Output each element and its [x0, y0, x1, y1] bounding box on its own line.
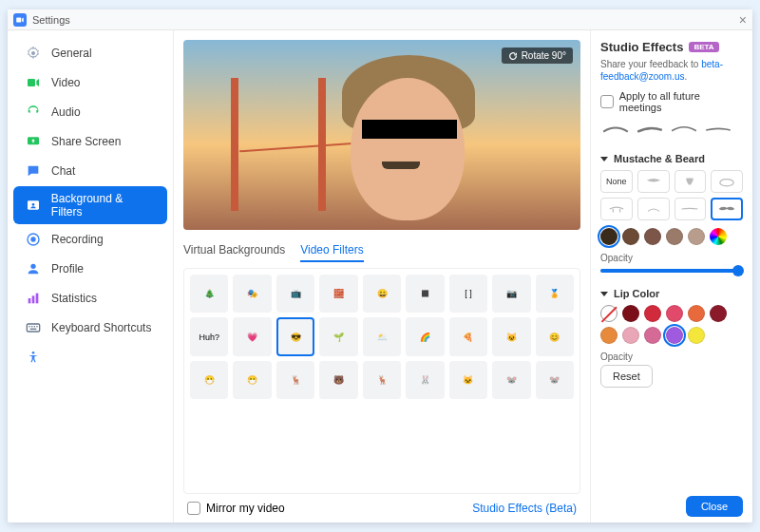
- color-swatch[interactable]: [666, 305, 683, 322]
- close-icon[interactable]: ×: [739, 12, 747, 28]
- filter-item[interactable]: 🐻: [319, 361, 357, 399]
- filter-item[interactable]: ◼️: [406, 275, 444, 313]
- sidebar-item-chat[interactable]: Chat: [13, 157, 167, 185]
- sidebar-item-background-filters[interactable]: Background & Filters: [13, 186, 167, 224]
- panel-footer: Close: [600, 488, 743, 517]
- studio-effects-link[interactable]: Studio Effects (Beta): [472, 502, 577, 515]
- share-icon: [25, 133, 42, 150]
- sidebar-item-label: Audio: [51, 105, 81, 119]
- filter-item[interactable]: 😺: [492, 317, 530, 355]
- sidebar-item-label: Background & Filters: [51, 192, 156, 218]
- filter-item[interactable]: 📷: [492, 275, 530, 313]
- filter-item[interactable]: 🏅: [536, 275, 574, 313]
- lipcolor-section-header[interactable]: Lip Color: [600, 288, 743, 299]
- svg-rect-16: [36, 326, 37, 327]
- sidebar-item-audio[interactable]: Audio: [13, 98, 167, 126]
- mustache-option[interactable]: [674, 198, 707, 220]
- color-swatch[interactable]: [644, 305, 661, 322]
- filter-item[interactable]: 😷: [233, 361, 271, 399]
- filter-item[interactable]: 📺: [276, 275, 314, 313]
- filter-item[interactable]: 🦌: [276, 361, 314, 399]
- filter-item[interactable]: 🐭: [536, 361, 574, 399]
- mirror-checkbox[interactable]: [187, 502, 200, 515]
- color-swatch[interactable]: [644, 228, 661, 245]
- rotate-button[interactable]: Rotate 90°: [502, 48, 573, 64]
- tab-virtual-backgrounds[interactable]: Virtual Backgrounds: [183, 243, 285, 262]
- settings-window: Settings × GeneralVideoAudioShare Screen…: [8, 10, 752, 522]
- filter-item[interactable]: Huh?: [190, 317, 228, 355]
- color-swatch[interactable]: [688, 305, 705, 322]
- mustache-section-header[interactable]: Mustache & Beard: [600, 153, 743, 164]
- filter-item[interactable]: 🧱: [319, 275, 357, 313]
- svg-point-7: [30, 237, 35, 241]
- filter-item[interactable]: 😎: [276, 317, 314, 355]
- filter-item[interactable]: 😊: [536, 317, 574, 355]
- tab-video-filters[interactable]: Video Filters: [300, 243, 363, 262]
- color-swatch[interactable]: [622, 327, 639, 344]
- filter-item[interactable]: 🌱: [319, 317, 357, 355]
- apply-all-checkbox[interactable]: [600, 95, 614, 108]
- sidebar-item-statistics[interactable]: Statistics: [13, 284, 167, 313]
- apply-all-label: Apply to all future meetings: [619, 90, 743, 113]
- panel-title: Studio Effects: [600, 40, 683, 54]
- filter-item[interactable]: [ ]: [449, 275, 487, 313]
- close-button[interactable]: Close: [686, 496, 743, 517]
- sidebar-item-recording[interactable]: Recording: [13, 225, 167, 254]
- mustache-opacity-slider[interactable]: [600, 269, 743, 273]
- reset-button[interactable]: Reset: [600, 365, 653, 388]
- filter-item[interactable]: 🐱: [449, 361, 487, 399]
- filter-item[interactable]: 🐰: [406, 361, 444, 399]
- color-swatch[interactable]: [710, 228, 727, 245]
- color-swatch[interactable]: [666, 327, 683, 344]
- center-footer: Mirror my video Studio Effects (Beta): [183, 494, 580, 517]
- mustache-option[interactable]: [600, 198, 633, 220]
- lip-opacity-label: Opacity: [600, 352, 653, 362]
- color-swatch[interactable]: [666, 228, 683, 245]
- mustache-option[interactable]: [637, 170, 670, 193]
- sidebar-item-keyboard-shortcuts[interactable]: Keyboard Shortcuts: [13, 314, 167, 342]
- sidebar-item-accessibility[interactable]: Accessibility: [13, 343, 167, 371]
- svg-rect-9: [28, 298, 31, 303]
- mustache-option[interactable]: [637, 198, 670, 220]
- filter-item[interactable]: 💗: [233, 317, 271, 355]
- color-swatch[interactable]: [600, 305, 618, 322]
- svg-rect-13: [28, 326, 29, 327]
- sidebar-item-profile[interactable]: Profile: [13, 255, 167, 283]
- filter-item[interactable]: 🌥️: [363, 317, 401, 355]
- sidebar-item-video[interactable]: Video: [13, 68, 167, 97]
- filter-item[interactable]: 🦌: [363, 361, 401, 399]
- mustache-option[interactable]: [711, 198, 743, 220]
- center-pane: Rotate 90° Virtual BackgroundsVideo Filt…: [174, 30, 591, 522]
- svg-point-19: [720, 180, 733, 186]
- color-swatch[interactable]: [600, 327, 618, 344]
- filter-item[interactable]: 🍕: [449, 317, 487, 355]
- color-swatch[interactable]: [600, 228, 618, 245]
- filter-item[interactable]: 🐭: [492, 361, 530, 399]
- svg-rect-10: [32, 295, 35, 303]
- filter-item[interactable]: 🌈: [406, 317, 444, 355]
- color-swatch[interactable]: [622, 228, 639, 245]
- color-swatch[interactable]: [688, 327, 705, 344]
- color-swatch[interactable]: [688, 228, 705, 245]
- filter-item[interactable]: 🎭: [233, 275, 271, 313]
- mustache-grid: None: [600, 170, 743, 220]
- filter-item[interactable]: 😷: [190, 361, 228, 399]
- color-swatch[interactable]: [710, 305, 727, 322]
- content: GeneralVideoAudioShare ScreenChatBackgro…: [8, 30, 752, 522]
- filter-item[interactable]: 🎄: [190, 275, 228, 313]
- mustache-option[interactable]: None: [600, 170, 633, 193]
- sidebar-item-share-screen[interactable]: Share Screen: [13, 127, 167, 156]
- sidebar-item-general[interactable]: General: [13, 39, 167, 67]
- video-icon: [25, 74, 42, 91]
- sidebar-item-label: Share Screen: [51, 135, 121, 148]
- sidebar-item-label: Keyboard Shortcuts: [51, 321, 151, 334]
- color-swatch[interactable]: [644, 327, 661, 344]
- sidebar-item-label: Statistics: [51, 292, 97, 305]
- studio-effects-panel: Studio Effects BETA Share your feedback …: [591, 30, 752, 522]
- mustache-option[interactable]: [674, 170, 707, 193]
- filter-item[interactable]: 😀: [363, 275, 401, 313]
- color-swatch[interactable]: [622, 305, 639, 322]
- feedback-text: Share your feedback to beta-feedback@zoo…: [600, 58, 743, 83]
- titlebar: Settings ×: [8, 10, 752, 30]
- mustache-option[interactable]: [711, 170, 743, 193]
